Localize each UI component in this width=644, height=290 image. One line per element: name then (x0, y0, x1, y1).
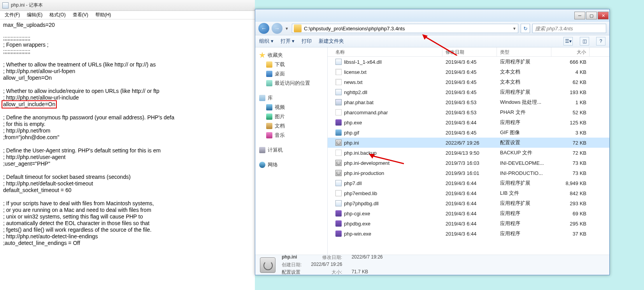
status-mod-label: 修改日期: (311, 254, 342, 261)
file-type-icon (335, 160, 342, 166)
file-date: 2019/4/3 6:44 (442, 211, 497, 217)
file-type-icon (335, 59, 342, 65)
file-size: 842 KB (551, 190, 590, 196)
toolbar-newfolder[interactable]: 新建文件夹 (319, 38, 344, 45)
recent-icon (266, 80, 272, 86)
file-row[interactable]: php.gif2019/4/3 6:45GIF 图像3 KB (328, 128, 609, 138)
file-size: 666 KB (551, 59, 590, 65)
address-bar[interactable]: C:\phpstudy_pro\Extensions\php\php7.3.4n… (292, 24, 518, 33)
preview-pane-icon[interactable]: ◫ (580, 37, 589, 45)
sidebar-item-documents[interactable]: 文档 (255, 121, 327, 131)
file-date: 2019/4/3 6:44 (442, 120, 497, 126)
file-name: php7.dll (344, 180, 362, 186)
notepad-icon (2, 2, 9, 9)
status-file-icon (260, 257, 275, 273)
menu-format[interactable]: 格式(O) (46, 11, 68, 19)
file-row[interactable]: php.ini2022/6/7 19:26配置设置72 KB (328, 138, 609, 148)
file-size: 62 KB (551, 79, 590, 85)
column-type[interactable]: 类型 (497, 47, 551, 56)
toolbar: 组织 ▾ 打开 ▾ 打印 新建文件夹 ☰▾ ◫ ? (255, 35, 609, 47)
status-size-value: 71.7 KB (351, 269, 383, 276)
notepad-title-text: php.ini - 记事本 (11, 2, 43, 9)
forward-button[interactable]: → (272, 23, 283, 34)
search-input[interactable] (533, 26, 606, 31)
sidebar-item-computer[interactable]: 计算机 (255, 145, 327, 155)
sidebar-item-desktop[interactable]: 桌面 (255, 69, 327, 79)
address-dropdown-icon[interactable]: ▼ (511, 26, 518, 31)
file-row[interactable]: phar.phar.bat2019/4/3 6:53Windows 批处理...… (328, 97, 609, 107)
menu-help[interactable]: 帮助(H) (92, 11, 114, 19)
file-size: 293 KB (551, 201, 590, 206)
file-row[interactable]: php.ini-development2019/7/3 16:03INI-DEV… (328, 158, 609, 168)
file-row[interactable]: libssl-1_1-x64.dll2019/4/3 6:45应用程序扩展666… (328, 57, 609, 67)
file-row[interactable]: php7phpdbg.dll2019/4/3 6:44应用程序扩展293 KB (328, 198, 609, 208)
close-button[interactable]: ✕ (598, 12, 609, 19)
file-row[interactable]: php.ini-production2019/9/3 16:01INI-PROD… (328, 168, 609, 178)
file-name: php.gif (344, 130, 359, 136)
toolbar-organize[interactable]: 组织 ▾ (259, 38, 274, 45)
notepad-titlebar[interactable]: php.ini - 记事本 (0, 0, 255, 11)
file-row[interactable]: php7.dll2019/4/3 6:44应用程序扩展8,949 KB (328, 178, 609, 188)
back-button[interactable]: ← (258, 23, 269, 34)
file-row[interactable]: php7embed.lib2019/4/3 6:44LIB 文件842 KB (328, 188, 609, 198)
sidebar-head-library[interactable]: 库 (255, 93, 327, 103)
file-type: Windows 批处理... (497, 99, 551, 106)
file-type-icon (335, 150, 342, 156)
file-date: 2019/4/3 6:44 (442, 201, 497, 206)
menu-view[interactable]: 查看(V) (70, 11, 91, 19)
notepad-editor[interactable]: max_file_uploads=20 ;;;;;;;;;;;;;;;;;; ;… (0, 19, 255, 249)
refresh-button[interactable]: ↻ (521, 24, 530, 33)
file-row[interactable]: php.exe2019/4/3 6:44应用程序125 KB (328, 117, 609, 128)
file-row[interactable]: phpdbg.exe2019/4/3 6:44应用程序295 KB (328, 218, 609, 229)
toolbar-open[interactable]: 打开 ▾ (281, 38, 295, 45)
sidebar-item-recent[interactable]: 最近访问的位置 (255, 79, 327, 88)
menu-file[interactable]: 文件(F) (2, 11, 23, 19)
file-size: 72 KB (551, 150, 590, 156)
file-type: 应用程序扩展 (497, 200, 551, 207)
file-list: 名称 修改日期 类型 大小 libssl-1_1-x64.dll2019/4/3… (328, 47, 609, 255)
file-type-icon (335, 170, 342, 176)
file-date: 2019/9/3 16:01 (442, 170, 497, 176)
file-row[interactable]: pharcommand.phar2019/4/3 6:53PHAR 文件52 K… (328, 107, 609, 117)
menu-edit[interactable]: 编辑(E) (24, 11, 46, 19)
maximize-button[interactable]: ▢ (586, 12, 597, 19)
file-name: php.ini-production (344, 170, 384, 176)
sidebar-item-videos[interactable]: 视频 (255, 103, 327, 112)
file-type: 应用程序扩展 (497, 89, 551, 96)
file-type: 应用程序 (497, 119, 551, 126)
file-row[interactable]: license.txt2019/4/3 6:45文本文档4 KB (328, 67, 609, 77)
explorer-titlebar[interactable]: ─ ▢ ✕ (255, 9, 609, 22)
picture-icon (266, 114, 272, 120)
network-icon (259, 162, 265, 168)
column-name[interactable]: 名称 (328, 47, 442, 56)
file-row[interactable]: php.ini.backup2019/4/13 9:50BACKUP 文件72 … (328, 148, 609, 158)
address-text: C:\phpstudy_pro\Extensions\php\php7.3.4n… (303, 26, 511, 31)
file-date: 2019/4/3 6:53 (442, 110, 497, 115)
sidebar-item-pictures[interactable]: 图片 (255, 112, 327, 121)
help-icon[interactable]: ? (596, 37, 605, 45)
file-size: 4 KB (551, 69, 590, 75)
view-options-icon[interactable]: ☰▾ (563, 37, 573, 45)
file-date: 2019/4/3 6:44 (442, 231, 497, 237)
toolbar-print[interactable]: 打印 (302, 38, 312, 45)
file-date: 2019/4/3 6:44 (442, 221, 497, 227)
sidebar-item-music[interactable]: 音乐 (255, 131, 327, 140)
file-date: 2019/4/3 6:45 (442, 89, 497, 95)
sidebar-item-downloads[interactable]: 下载 (255, 60, 327, 69)
column-size[interactable]: 大小 (551, 47, 590, 56)
sidebar-head-favorites[interactable]: 收藏夹 (255, 51, 327, 60)
search-box[interactable] (532, 24, 606, 33)
column-date[interactable]: 修改日期 (442, 47, 497, 56)
file-row[interactable]: php-cgi.exe2019/4/3 6:44应用程序69 KB (328, 208, 609, 218)
file-type: 应用程序扩展 (497, 58, 551, 65)
file-row[interactable]: news.txt2019/4/3 6:45文本文档62 KB (328, 77, 609, 87)
file-type-icon (335, 109, 342, 115)
file-size: 73 KB (551, 170, 590, 176)
file-row[interactable]: nghttp2.dll2019/4/3 6:45应用程序扩展193 KB (328, 87, 609, 97)
file-row[interactable]: php-win.exe2019/4/3 6:44应用程序37 KB (328, 229, 609, 239)
minimize-button[interactable]: ─ (574, 12, 585, 19)
sidebar-item-network[interactable]: 网络 (255, 160, 327, 169)
file-type-icon (335, 231, 342, 237)
history-dropdown-icon[interactable]: ▼ (285, 26, 290, 31)
desktop-icon (266, 71, 272, 77)
